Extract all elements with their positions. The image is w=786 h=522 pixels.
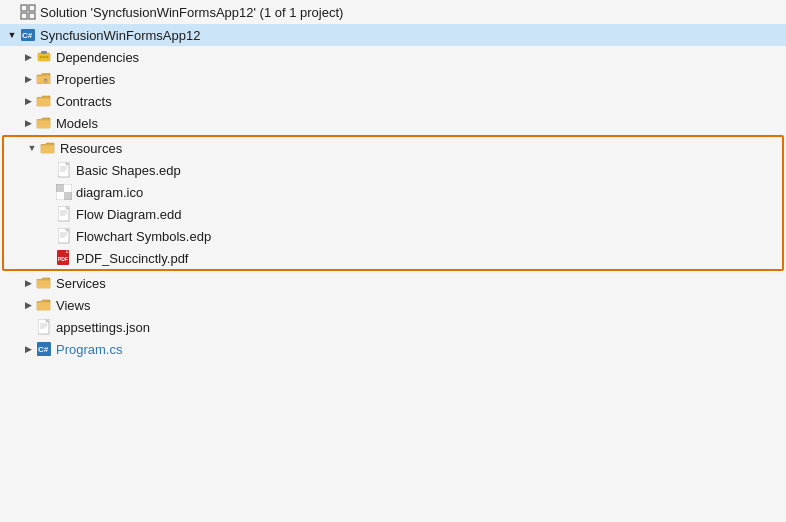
svg-point-8 — [43, 56, 46, 59]
views-node[interactable]: Views — [0, 294, 786, 316]
flow-diagram-file-icon — [56, 206, 72, 222]
svg-rect-18 — [64, 192, 72, 200]
resources-folder-icon — [40, 140, 56, 156]
pdf-succinctly-node[interactable]: PDF PDF_Succinctly.pdf — [4, 247, 782, 269]
properties-node[interactable]: Properties — [0, 68, 786, 90]
properties-folder-icon — [36, 71, 52, 87]
contracts-folder-icon — [36, 93, 52, 109]
csharp-project-icon: C# — [20, 27, 36, 43]
models-chevron[interactable] — [20, 115, 36, 131]
svg-text:C#: C# — [22, 31, 33, 40]
flowchart-symbols-file-icon — [56, 228, 72, 244]
dependencies-chevron[interactable] — [20, 49, 36, 65]
properties-chevron[interactable] — [20, 71, 36, 87]
models-node[interactable]: Models — [0, 112, 786, 134]
pdf-succinctly-label: PDF_Succinctly.pdf — [76, 251, 188, 266]
services-node[interactable]: Services — [0, 272, 786, 294]
solution-node[interactable]: Solution 'SyncfusionWinFormsApp12' (1 of… — [0, 0, 786, 24]
svg-point-7 — [40, 56, 43, 59]
flow-diagram-node[interactable]: Flow Diagram.edd — [4, 203, 782, 225]
basic-shapes-file-icon — [56, 162, 72, 178]
svg-rect-0 — [21, 5, 27, 11]
views-folder-icon — [36, 297, 52, 313]
views-label: Views — [56, 298, 90, 313]
contracts-chevron[interactable] — [20, 93, 36, 109]
program-cs-icon: C# — [36, 341, 52, 357]
resources-node[interactable]: Resources — [4, 137, 782, 159]
appsettings-label: appsettings.json — [56, 320, 150, 335]
svg-point-9 — [46, 56, 49, 59]
program-cs-chevron[interactable] — [20, 341, 36, 357]
properties-label: Properties — [56, 72, 115, 87]
services-chevron[interactable] — [20, 275, 36, 291]
solution-label: Solution 'SyncfusionWinFormsApp12' (1 of… — [40, 5, 343, 20]
svg-rect-10 — [41, 51, 47, 54]
contracts-label: Contracts — [56, 94, 112, 109]
resources-chevron[interactable] — [24, 140, 40, 156]
views-chevron[interactable] — [20, 297, 36, 313]
project-chevron[interactable] — [4, 27, 20, 43]
svg-rect-17 — [56, 184, 64, 192]
resources-group: Resources Basic Shapes.edp — [2, 135, 784, 271]
program-cs-node[interactable]: C# Program.cs — [0, 338, 786, 360]
diagram-ico-node[interactable]: diagram.ico — [4, 181, 782, 203]
models-label: Models — [56, 116, 98, 131]
services-label: Services — [56, 276, 106, 291]
dependencies-node[interactable]: Dependencies — [0, 46, 786, 68]
svg-rect-3 — [29, 13, 35, 19]
diagram-ico-label: diagram.ico — [76, 185, 143, 200]
models-folder-icon — [36, 115, 52, 131]
basic-shapes-label: Basic Shapes.edp — [76, 163, 181, 178]
flow-diagram-label: Flow Diagram.edd — [76, 207, 182, 222]
pdf-succinctly-icon: PDF — [56, 250, 72, 266]
svg-text:PDF: PDF — [58, 256, 68, 262]
contracts-node[interactable]: Contracts — [0, 90, 786, 112]
svg-rect-1 — [21, 13, 27, 19]
solution-icon — [20, 4, 36, 20]
svg-text:C#: C# — [38, 345, 49, 354]
appsettings-file-icon — [36, 319, 52, 335]
project-label: SyncfusionWinFormsApp12 — [40, 28, 200, 43]
project-node[interactable]: C# SyncfusionWinFormsApp12 — [0, 24, 786, 46]
flowchart-symbols-node[interactable]: Flowchart Symbols.edp — [4, 225, 782, 247]
svg-rect-20 — [64, 184, 72, 192]
program-cs-label: Program.cs — [56, 342, 122, 357]
diagram-ico-icon — [56, 184, 72, 200]
dependencies-icon — [36, 49, 52, 65]
solution-explorer: Solution 'SyncfusionWinFormsApp12' (1 of… — [0, 0, 786, 522]
appsettings-node[interactable]: appsettings.json — [0, 316, 786, 338]
resources-label: Resources — [60, 141, 122, 156]
basic-shapes-node[interactable]: Basic Shapes.edp — [4, 159, 782, 181]
svg-rect-2 — [29, 5, 35, 11]
flowchart-symbols-label: Flowchart Symbols.edp — [76, 229, 211, 244]
services-folder-icon — [36, 275, 52, 291]
dependencies-label: Dependencies — [56, 50, 139, 65]
svg-rect-19 — [56, 192, 64, 200]
